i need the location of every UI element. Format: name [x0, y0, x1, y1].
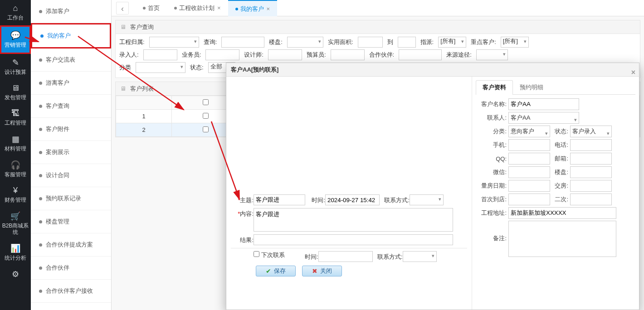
- filter-cat-select[interactable]: [136, 62, 185, 73]
- nav-item-4[interactable]: 🏗工程管理: [0, 105, 31, 131]
- nav-item-8[interactable]: 🛒B2B商城系统: [0, 208, 31, 240]
- method-select[interactable]: [410, 194, 444, 205]
- close-button[interactable]: ✖关闭: [302, 266, 342, 276]
- nav-item-2[interactable]: ✎设计预算: [0, 54, 31, 80]
- query-panel-header: 🖥 客户查询: [116, 20, 640, 34]
- filter-cat-label: 分类: [119, 63, 131, 72]
- next-contact-checkbox-label[interactable]: 下次联系: [254, 251, 285, 259]
- row-checkbox[interactable]: [203, 126, 209, 132]
- sub-item-1[interactable]: 我的客户: [31, 23, 111, 48]
- sub-item-6[interactable]: 案例展示: [31, 141, 111, 164]
- info-tel-input[interactable]: [570, 139, 612, 151]
- filter-area-from[interactable]: [358, 37, 383, 48]
- save-button[interactable]: ✔保存: [256, 266, 296, 276]
- row-number: 1: [116, 110, 172, 123]
- dot-icon: [39, 82, 42, 85]
- tab-close-icon[interactable]: ×: [217, 5, 221, 11]
- nav-item-7[interactable]: ¥财务管理: [0, 182, 31, 208]
- tab-appointment-detail[interactable]: 预约明细: [513, 80, 550, 94]
- info-cat-select[interactable]: 意向客户: [508, 126, 550, 137]
- dot-icon: [39, 128, 42, 131]
- info-mobile-input[interactable]: [508, 139, 550, 151]
- sub-item-12[interactable]: 合作伙伴客户接收: [31, 280, 111, 303]
- dot-icon: [39, 197, 42, 200]
- nav-item-3[interactable]: 🖥发包管理: [0, 80, 31, 105]
- info-contact-select[interactable]: 客户AA: [508, 112, 579, 124]
- dot-icon: [143, 7, 146, 10]
- info-wechat-input[interactable]: [508, 166, 550, 178]
- next-time-label: 时间:: [285, 251, 318, 261]
- filter-enter-input[interactable]: [143, 49, 177, 60]
- filter-building-select[interactable]: [287, 37, 323, 48]
- tab-0[interactable]: 首页: [136, 0, 167, 16]
- sub-item-0[interactable]: 添加客户: [31, 0, 111, 23]
- row-number: 2: [116, 123, 172, 137]
- info-measure-input[interactable]: [508, 180, 550, 192]
- check-icon: ✔: [266, 267, 271, 275]
- next-method-select[interactable]: [403, 251, 437, 262]
- nav-item-6[interactable]: 🎧客服管理: [0, 156, 31, 182]
- info-qq-input[interactable]: [508, 153, 550, 165]
- info-addr-input[interactable]: [508, 207, 616, 219]
- filter-biz-input[interactable]: [205, 49, 239, 60]
- filter-belong-select[interactable]: [149, 37, 199, 48]
- sub-item-3[interactable]: 游离客户: [31, 72, 111, 95]
- filter-designer-input[interactable]: [268, 49, 302, 60]
- content-textarea[interactable]: [254, 208, 453, 232]
- info-building-input[interactable]: [570, 166, 612, 178]
- sub-item-8[interactable]: 预约联系记录: [31, 187, 111, 210]
- info-first-input[interactable]: [508, 194, 550, 205]
- select-all-checkbox[interactable]: [203, 99, 209, 105]
- filter-source-select[interactable]: [476, 49, 508, 60]
- nav-label: 客服管理: [0, 171, 31, 178]
- sub-item-13[interactable]: 合作伙伴共享: [31, 303, 111, 310]
- filter-key-select[interactable]: [所有]: [501, 37, 529, 48]
- nav-icon: ▦: [0, 134, 31, 144]
- sub-item-11[interactable]: 合作伙伴: [31, 257, 111, 280]
- appointment-modal: 客户AA[预约联系] × *主题: 时间: 联系方式: *内容: 结果:: [226, 63, 639, 310]
- next-contact-checkbox[interactable]: [254, 251, 259, 257]
- info-remark-textarea[interactable]: [508, 221, 616, 257]
- sub-item-9[interactable]: 楼盘管理: [31, 210, 111, 233]
- filter-budgeter-input[interactable]: [331, 49, 365, 60]
- nav-label: 统计分析: [0, 255, 31, 261]
- tab-2[interactable]: 我的客户×: [228, 0, 278, 16]
- nav-item-1[interactable]: 💬营销管理: [0, 25, 31, 54]
- next-time-input[interactable]: [318, 251, 373, 262]
- time-input[interactable]: [325, 194, 380, 205]
- nav-item-0[interactable]: ⌂工作台: [0, 0, 31, 25]
- filter-biz-label: 业务员:: [182, 51, 201, 59]
- sub-item-10[interactable]: 合作伙伴提成方案: [31, 233, 111, 257]
- info-deliver-input[interactable]: [570, 180, 612, 192]
- modal-title-bar: 客户AA[预约联系] ×: [226, 63, 639, 77]
- sub-item-5[interactable]: 客户附件: [31, 118, 111, 141]
- tab-back-button[interactable]: ‹: [116, 2, 129, 15]
- row-checkbox[interactable]: [203, 113, 209, 119]
- sub-item-label: 合作伙伴客户接收: [46, 287, 93, 294]
- nav-item-9[interactable]: 📊统计分析: [0, 240, 31, 266]
- filter-assign-select[interactable]: [所有]: [438, 37, 466, 48]
- modal-close-button[interactable]: ×: [631, 66, 635, 79]
- info-mail-input[interactable]: [570, 153, 612, 165]
- nav-label: 工作台: [0, 15, 31, 21]
- sub-item-4[interactable]: 客户查询: [31, 95, 111, 118]
- filter-partner-input[interactable]: [399, 49, 442, 60]
- info-status-select[interactable]: 客户录入: [570, 126, 612, 137]
- nav-item-10[interactable]: ⚙: [0, 266, 31, 285]
- result-textarea[interactable]: [254, 234, 453, 245]
- sub-item-label: 合作伙伴: [46, 264, 69, 271]
- monitor-icon: 🖥: [120, 24, 126, 30]
- sub-item-7[interactable]: 设计合同: [31, 164, 111, 187]
- sub-item-2[interactable]: 客户交流表: [31, 48, 111, 72]
- filter-enter-label: 录入人:: [119, 51, 139, 59]
- nav-icon: ✎: [0, 58, 31, 68]
- tab-customer-info[interactable]: 客户资料: [476, 80, 513, 95]
- filter-area-to[interactable]: [398, 37, 416, 48]
- tab-1[interactable]: 工程收款计划×: [167, 0, 228, 16]
- filter-search-input[interactable]: [221, 37, 264, 48]
- tab-close-icon[interactable]: ×: [267, 5, 270, 12]
- info-second-input[interactable]: [570, 194, 612, 205]
- subject-input[interactable]: [254, 194, 305, 205]
- nav-item-5[interactable]: ▦材料管理: [0, 131, 31, 156]
- info-name-input[interactable]: [508, 98, 579, 110]
